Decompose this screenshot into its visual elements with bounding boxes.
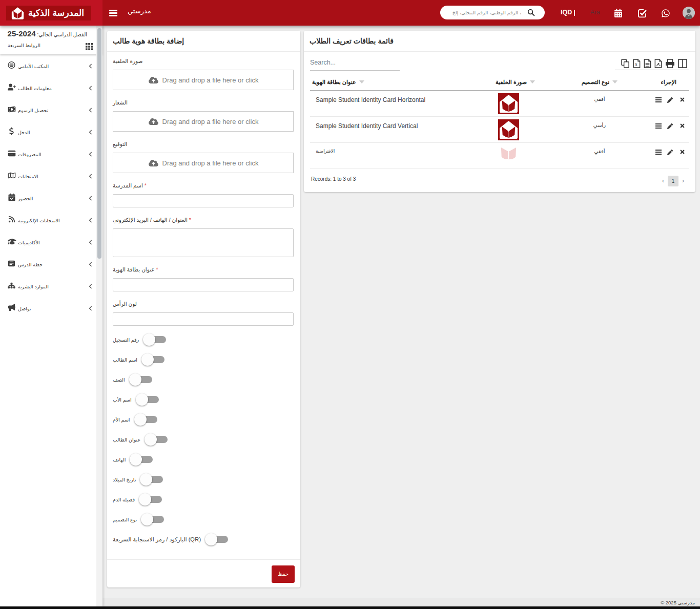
svg-text:x: x (635, 61, 637, 67)
